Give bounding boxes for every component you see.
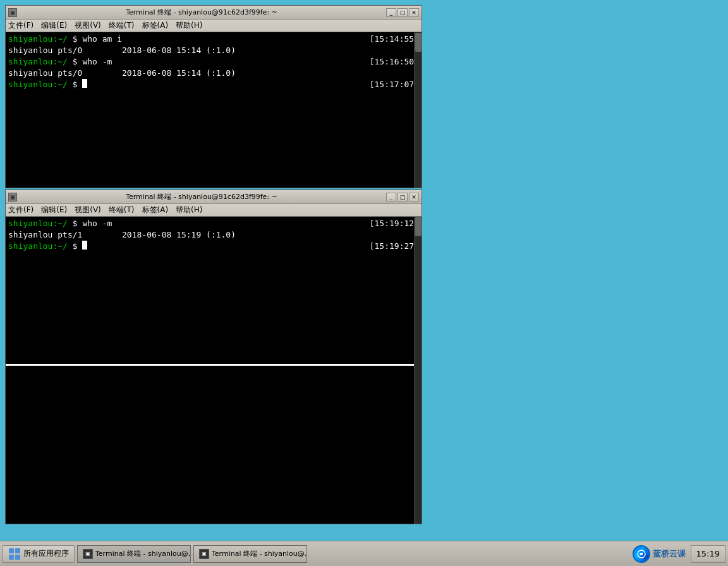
terminal-1-maximize[interactable]: □ [397, 8, 408, 17]
svg-rect-3 [15, 555, 20, 560]
menu-tab-2[interactable]: 标签(A) [142, 205, 169, 215]
taskbar-window-1[interactable]: ▣ Terminal 终端 - shiyanlou@... [77, 545, 191, 563]
logo-text: 蓝桥云课 [653, 548, 686, 560]
terminal-1-line-2: shiyanlou pts/0 2018-06-08 15:14 (:1.0) [8, 45, 419, 56]
menu-tab-1[interactable]: 标签(A) [142, 20, 169, 31]
terminal-2-line-3: shiyanlou:~/ $ [15:19:27] [8, 241, 419, 252]
terminal-1-minimize[interactable]: _ [386, 8, 396, 17]
svg-rect-2 [9, 555, 14, 560]
desktop: ▣ Terminal 终端 - shiyanlou@91c62d3f99fe: … [0, 0, 728, 541]
terminal-2-scrollbar[interactable] [414, 217, 422, 524]
terminal-1-line-4: shiyanlou pts/0 2018-06-08 15:14 (:1.0) [8, 68, 419, 79]
terminal-2-title: Terminal 终端 - shiyanlou@91c62d3f99fe: ~ [17, 192, 386, 202]
taskbar-window-1-label: Terminal 终端 - shiyanlou@... [95, 549, 191, 558]
taskbar-window-2[interactable]: ▣ Terminal 终端 - shiyanlou@... [193, 545, 307, 563]
terminal-1-scrollbar[interactable] [414, 32, 422, 188]
cursor-1 [82, 79, 87, 88]
terminal-2-icon: ▣ [8, 193, 17, 202]
menu-view-2[interactable]: 视图(V) [75, 205, 101, 215]
terminal-1-line-5: shiyanlou:~/ $ [15:17:07] [8, 79, 419, 90]
terminal-1-body[interactable]: shiyanlou:~/ $ who am i [15:14:55] shiya… [6, 32, 422, 188]
terminal-1-close[interactable]: ✕ [409, 8, 419, 17]
terminal-2-body[interactable]: shiyanlou:~/ $ who -m [15:19:12] shiyanl… [6, 217, 422, 524]
svg-rect-1 [15, 548, 20, 553]
taskbar-window-2-label: Terminal 终端 - shiyanlou@... [212, 549, 307, 558]
apps-icon [8, 548, 21, 560]
menu-help-2[interactable]: 帮助(H) [176, 205, 202, 215]
menu-terminal-1[interactable]: 终端(T) [109, 20, 135, 31]
menu-edit-2[interactable]: 编辑(E) [41, 205, 67, 215]
terminal-window-1: ▣ Terminal 终端 - shiyanlou@91c62d3f99fe: … [5, 5, 422, 188]
menu-view-1[interactable]: 视图(V) [75, 20, 101, 31]
menu-help-1[interactable]: 帮助(H) [176, 20, 202, 31]
win-icon-1: ▣ [83, 549, 93, 559]
terminal-1-icon: ▣ [8, 8, 17, 17]
terminal-1-line-3: shiyanlou:~/ $ who -m [15:16:50] [8, 56, 419, 68]
terminal-2-buttons: _ □ ✕ [386, 193, 419, 202]
logo-circle-icon [633, 545, 650, 563]
terminal-1-title: Terminal 终端 - shiyanlou@91c62d3f99fe: ~ [17, 8, 386, 17]
taskbar-logo: 蓝桥云课 [633, 545, 686, 563]
terminal-2-line-1: shiyanlou:~/ $ who -m [15:19:12] [8, 218, 419, 229]
menu-edit-1[interactable]: 编辑(E) [41, 20, 67, 31]
cursor-2 [82, 241, 87, 250]
terminal-2-minimize[interactable]: _ [386, 193, 396, 202]
terminal-1-titlebar: ▣ Terminal 终端 - shiyanlou@91c62d3f99fe: … [6, 6, 422, 20]
terminal-2-maximize[interactable]: □ [397, 193, 408, 202]
terminal-2-close[interactable]: ✕ [409, 193, 419, 202]
menu-file-2[interactable]: 文件(F) [8, 205, 33, 215]
svg-rect-0 [9, 548, 14, 553]
terminal-2-menubar: 文件(F) 编辑(E) 视图(V) 终端(T) 标签(A) 帮助(H) [6, 204, 422, 217]
clock-time: 15:19 [696, 549, 720, 558]
apps-label: 所有应用程序 [23, 548, 69, 559]
terminal-2-divider [6, 364, 414, 366]
taskbar: 所有应用程序 ▣ Terminal 终端 - shiyanlou@... ▣ T… [0, 541, 728, 566]
terminal-1-menubar: 文件(F) 编辑(E) 视图(V) 终端(T) 标签(A) 帮助(H) [6, 20, 422, 32]
terminal-2-line-2: shiyanlou pts/1 2018-06-08 15:19 (:1.0) [8, 229, 419, 241]
menu-file-1[interactable]: 文件(F) [8, 20, 33, 31]
terminal-1-line-1: shiyanlou:~/ $ who am i [15:14:55] [8, 33, 419, 45]
taskbar-right: 蓝桥云课 15:19 [633, 545, 725, 563]
apps-button[interactable]: 所有应用程序 [3, 545, 75, 563]
terminal-2-titlebar: ▣ Terminal 终端 - shiyanlou@91c62d3f99fe: … [6, 190, 422, 204]
terminal-2-scrollthumb[interactable] [415, 217, 422, 236]
win-icon-2: ▣ [199, 549, 209, 559]
taskbar-clock: 15:19 [691, 545, 725, 563]
menu-terminal-2[interactable]: 终端(T) [109, 205, 135, 215]
terminal-window-2: ▣ Terminal 终端 - shiyanlou@91c62d3f99fe: … [5, 190, 422, 524]
terminal-1-buttons: _ □ ✕ [386, 8, 419, 17]
terminal-1-scrollthumb[interactable] [415, 33, 422, 52]
